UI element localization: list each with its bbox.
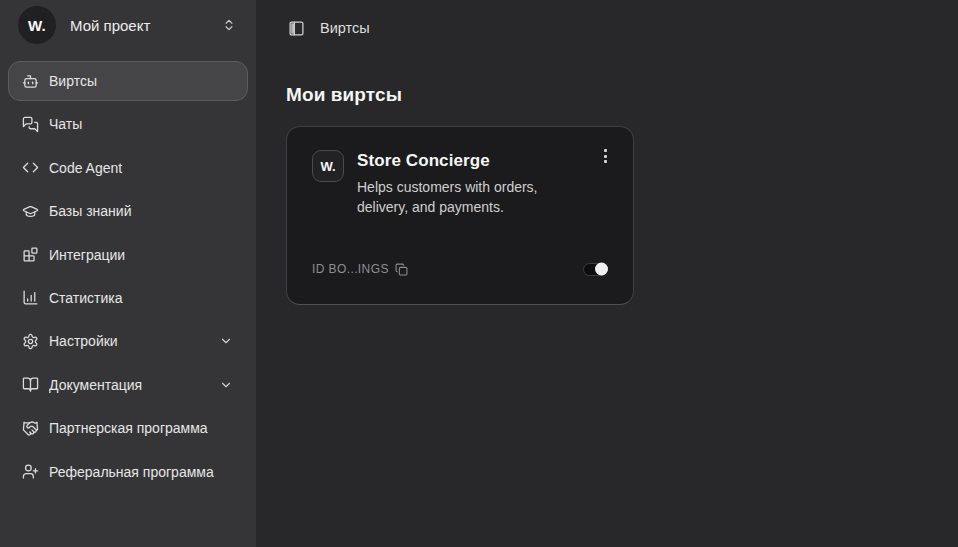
virt-id[interactable]: ID BO...INGS: [312, 262, 408, 276]
gear-icon: [21, 332, 39, 350]
sidebar-item-integrations[interactable]: Интеграции: [8, 235, 248, 275]
virt-card-footer: ID BO...INGS: [312, 262, 608, 276]
sidebar-item-label: Документация: [49, 376, 219, 394]
virt-menu-button[interactable]: [593, 143, 617, 169]
sidebar-item-documentation[interactable]: Документация: [8, 365, 248, 405]
sidebar-item-label: Чаты: [49, 115, 235, 133]
sidebar-item-label: Статистика: [49, 289, 235, 307]
chevrons-up-down-icon: [222, 18, 236, 32]
toggle-knob: [595, 263, 608, 276]
kebab-menu-icon: [604, 149, 607, 163]
sidebar-item-statistics[interactable]: Статистика: [8, 278, 248, 318]
virt-avatar-text: W.: [320, 159, 335, 174]
sidebar: W. Мой проект Виртсы Чаты: [0, 0, 256, 547]
sidebar-item-partner-program[interactable]: Партнерская программа: [8, 408, 248, 448]
virt-card-text: Store Concierge Helps customers with ord…: [357, 149, 562, 217]
virt-id-label: ID BO...INGS: [312, 262, 389, 276]
graduation-cap-icon: [21, 202, 39, 220]
sidebar-item-label: Виртсы: [49, 72, 235, 90]
sidebar-item-label: Настройки: [49, 332, 219, 350]
sidebar-item-label: Партнерская программа: [49, 419, 235, 437]
virt-avatar: W.: [312, 150, 344, 182]
sidebar-item-label: Интеграции: [49, 246, 235, 264]
handshake-icon: [21, 419, 39, 437]
main-content: Виртсы Мои виртсы W. Store Concierge Hel…: [256, 0, 958, 547]
bot-icon: [21, 72, 39, 90]
project-name: Мой проект: [70, 17, 222, 34]
sidebar-toggle-button[interactable]: [288, 20, 305, 37]
user-plus-icon: [21, 463, 39, 481]
copy-icon[interactable]: [395, 263, 408, 276]
sidebar-item-settings[interactable]: Настройки: [8, 321, 248, 361]
chevron-down-icon: [219, 334, 233, 348]
book-open-icon: [21, 376, 39, 394]
panel-left-icon: [288, 20, 305, 37]
virt-enabled-toggle[interactable]: [583, 263, 608, 276]
project-selector[interactable]: W. Мой проект: [10, 5, 246, 45]
workspace-logo: W.: [18, 6, 56, 44]
app-root: W. Мой проект Виртсы Чаты: [0, 0, 958, 547]
topbar: Виртсы: [256, 0, 958, 56]
chevron-down-icon: [219, 378, 233, 392]
virt-card[interactable]: W. Store Concierge Helps customers with …: [286, 126, 634, 305]
sidebar-item-code-agent[interactable]: Code Agent: [8, 148, 248, 188]
sidebar-item-knowledge-bases[interactable]: Базы знаний: [8, 191, 248, 231]
virt-card-header: W. Store Concierge Helps customers with …: [312, 149, 608, 217]
sidebar-item-chats[interactable]: Чаты: [8, 104, 248, 144]
topbar-title: Виртсы: [320, 20, 370, 36]
workspace-logo-text: W.: [28, 17, 46, 34]
sidebar-nav: Виртсы Чаты Code Agent Базы знаний: [8, 61, 248, 495]
sidebar-item-label: Базы знаний: [49, 202, 235, 220]
page-title: Мои виртсы: [286, 84, 958, 106]
virt-description: Helps customers with orders, delivery, a…: [357, 177, 562, 217]
bar-chart-icon: [21, 289, 39, 307]
sidebar-item-label: Code Agent: [49, 159, 235, 177]
blocks-icon: [21, 246, 39, 264]
sidebar-item-label: Реферальная программа: [49, 463, 235, 481]
sidebar-item-virts[interactable]: Виртсы: [8, 61, 248, 101]
sidebar-item-referral-program[interactable]: Реферальная программа: [8, 452, 248, 492]
code-icon: [21, 159, 39, 177]
virt-title: Store Concierge: [357, 149, 562, 173]
chat-bubbles-icon: [21, 115, 39, 133]
